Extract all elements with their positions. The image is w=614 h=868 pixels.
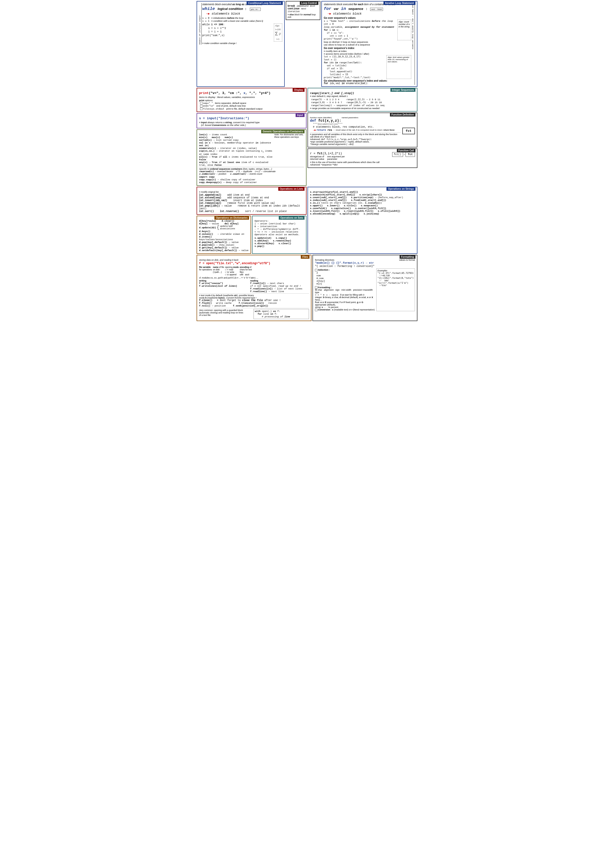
print-desc: items to display : literal values, varia… — [199, 96, 304, 98]
return-line: —▶ return res ← result value of the call… — [310, 129, 401, 132]
sets-methods: s.update(s2) s.copy() s.add(key) s.remov… — [255, 237, 304, 248]
file-notes: ¤ text mode t by default (read/write str… — [199, 293, 309, 299]
conditional-loop-section: Conditional Loop Statement beware of inf… — [197, 1, 285, 87]
loop-control-section: Loop Control break immediate exit contin… — [286, 1, 320, 20]
def-syntax: def fct(x,y,z): — [310, 119, 401, 123]
continue-line: continue next iteration — [288, 8, 319, 13]
function-call-section: Function Call r = fct(3,i+2,2*i) storage… — [308, 149, 417, 168]
beware-label: beware of infinite loops! — [199, 3, 202, 45]
seq-values-example: s = "Some text" → initializations before… — [324, 20, 411, 40]
count-algo: Algo: countnumber of ein the string. — [397, 20, 411, 40]
generic-note: Note: For dictionaries and sets, these o… — [274, 133, 304, 166]
integer-sequences-section: Integer Sequences range([start,] end [,s… — [308, 88, 417, 112]
make-change-note: ¤ make condition variable change ! — [202, 42, 282, 45]
doc-string: """documentation""" — [310, 123, 401, 126]
yes-no-diagram: yes↓ no→ — [250, 8, 261, 11]
iterative-loop-title: Iterative Loop Statement — [384, 1, 415, 5]
input-title: Input — [295, 113, 305, 117]
conditional-loop-title: Conditional Loop Statement — [247, 1, 283, 5]
for-syntax: for var in sequence : next→ finish — [324, 6, 411, 11]
formatting-title: Formatting — [399, 255, 415, 259]
display-section: Display print("v=", 3, "cm :", x, ",", "… — [197, 88, 306, 112]
call-syntax: r = fct(3,i+2,2*i) — [310, 152, 391, 155]
tell-seek: f.tell() → position f.seek(position[,ori… — [199, 304, 309, 307]
input-syntax: s = input("Instructions:") — [199, 116, 304, 120]
files-title: Files — [301, 255, 309, 259]
generic-ops-title: Generic Operations on Containers — [261, 130, 305, 133]
seq-values-heading: Go over sequence's values — [324, 17, 411, 19]
range-note2: ¤ range provides an immutable sequence o… — [310, 107, 415, 110]
call-notes: ¤ this is the use of function name with … — [310, 161, 391, 166]
print-syntax: print("v=", 3, "cm :", x, ",", "y+4") — [199, 91, 304, 95]
format-syntax: "modele{} {} {}".format(x,y,r) → str — [315, 262, 415, 264]
generic-ops-list: len(c) → items count min(c) max(c) sum(c… — [199, 133, 273, 166]
ops-lists-section: Operations on Lists ¤ modify original li… — [197, 187, 306, 215]
flush-truncate: f.flush() write cache f.truncate([size])… — [199, 302, 309, 304]
while-body: —▶ statements block — [206, 12, 282, 16]
dict-ops: d[key]=value d.clear() d[key] → value de… — [199, 220, 249, 252]
limit-algo: Algo: limit values greater than 15, memo… — [387, 55, 411, 79]
while-syntax: while logical condition : yes↓ no→ — [202, 6, 282, 11]
call-diagram: fct() → fct — [392, 152, 415, 157]
ops-dicts-title: Operations on Dictionaries — [215, 216, 249, 220]
algo-box: Algo: i=100 Σ i² i=1 — [274, 23, 282, 42]
with-block: Very common: opening with a guarded bloc… — [199, 308, 309, 319]
ops-lists-title: Operations on Lists — [278, 187, 305, 191]
while-example: while i <= 100: s = s + i**2 i = i + 1 p… — [202, 23, 282, 42]
list-ops: lst.append(val) add item at end lst.exte… — [199, 194, 304, 213]
page: Conditional Loop Statement beware of inf… — [196, 0, 418, 323]
body-comment: # statements block, res computation, etc… — [310, 126, 401, 129]
ops-sets-title: Operations on Sets — [279, 216, 305, 220]
slices-note: use slices to loop on a subset of a sequ… — [324, 43, 411, 46]
function-def-section: Function Definition function name (ident… — [308, 113, 417, 147]
while-colon: : — [245, 7, 247, 11]
input-section: Input s = input("Instructions:") ¤ input… — [197, 113, 306, 129]
logical-condition: logical condition — [218, 7, 243, 11]
function-call-title: Function Call — [397, 149, 415, 152]
integer-sequences-title: Integer Sequences — [390, 88, 415, 92]
file-labels: file variable for operations name of fil… — [199, 266, 309, 276]
ops-strings-section: Operations on Strings s.startswith(prefi… — [308, 187, 417, 254]
function-call-content: r = fct(3,i+2,2*i) storage/use ofreturne… — [310, 152, 415, 166]
format-details: Selection : 2nom0.nom4[key]0[2] Formatti… — [315, 268, 415, 311]
fstring-syntax: "{ selection : formatting ! conversion}" — [315, 265, 415, 268]
enum-syntax: for idx,val in enumerate(lst): — [324, 82, 411, 85]
open-syntax: f = open("file.txt","w",encoding="utf8") — [199, 262, 309, 265]
files-subtitle: storing data on disk, and reading it bac… — [199, 259, 309, 261]
range-notes: ¤ start default 0, step signed, default … — [310, 95, 415, 98]
iterative-loop-section: Iterative Loop Statement statements bloc… — [321, 1, 417, 87]
formatting-section: Formatting formating directives values t… — [312, 255, 417, 321]
input-notes: ¤ input always returns a string, convert… — [199, 121, 304, 126]
while-keyword: while — [202, 6, 215, 11]
cf-modules: cf. modules os, os.path and pathlib ¤ …'… — [199, 277, 309, 279]
condition-note: i = 1 ¤ condition with a least one varia… — [202, 20, 282, 22]
seq-index-heading: Go over sequence's index — [324, 47, 411, 50]
ranges-table: range(5) → 0 1 2 3 4 range(2,12,3) → 2 5… — [310, 98, 385, 107]
call-labels: storage/use ofreturned value one argumen… — [310, 155, 391, 160]
fct-diagram: fct — [402, 116, 415, 146]
display-title: Display — [293, 88, 305, 92]
range-syntax: range([start,] end [,step]) — [310, 92, 415, 95]
ops-strings-title: Operations on Strings — [387, 187, 415, 191]
write-read: writing f.write("coucou") f.writelines(l… — [199, 279, 309, 293]
files-section: Files storing data on disk, and reading … — [197, 255, 311, 321]
init-note: s = 0 ¤ initializations before the loop — [202, 17, 282, 19]
generic-ops-section: Generic Operations on Containers len(c) … — [197, 129, 306, 186]
func-notes: ¤ parameters and all variables of this b… — [310, 132, 401, 146]
print-options: print options: sep=" " items separator, … — [199, 99, 304, 110]
formatting-header: formating directives values to format — [315, 259, 415, 261]
specific-ordered: Specific to ordered sequences containers… — [199, 167, 304, 175]
else-note: ¤ else block for normal loop exit. — [288, 13, 319, 18]
import-copy: import copy copy.copy(c) → shallow copy … — [199, 176, 304, 184]
format-examples: Examples "{:+2.3f}".format(45.72793) →'+… — [376, 268, 415, 311]
dict-set-note: loop on dict/set ⇒ loop on keys sequence… — [324, 40, 411, 43]
index-example: lst = [11,18,9,12,23,4,17] lost = [] for… — [324, 55, 411, 79]
param-labels: function name (identifier) named paramet… — [310, 116, 401, 119]
ops-sets-section: Operations on Sets Operators: | → union … — [252, 216, 306, 254]
modify-note: ¤ modify original list — [199, 191, 304, 193]
ops-dicts-section: Operations on Dictionaries d[key]=value … — [197, 216, 251, 254]
sets-operators: Operators: | → union (vertical bar char)… — [255, 220, 304, 236]
good-habit-label: good habit : don't modify loop variable — [412, 3, 415, 85]
function-def-title: Function Definition — [390, 113, 415, 116]
function-def-content: function name (identifier) named paramet… — [310, 116, 415, 146]
